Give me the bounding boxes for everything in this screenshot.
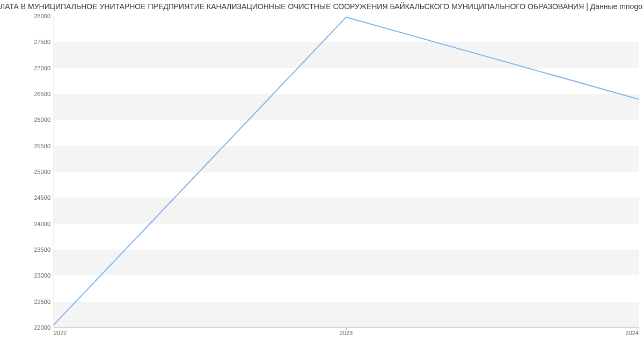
y-tick-label: 24000 — [34, 221, 50, 227]
x-tick-mark — [639, 328, 639, 330]
y-tick-label: 25500 — [34, 143, 50, 149]
y-tick-label: 25000 — [34, 169, 50, 175]
y-tick-label: 26000 — [34, 117, 50, 123]
x-tick-label: 2024 — [626, 330, 639, 336]
chart-container: ЛАТА В МУНИЦИПАЛЬНОЕ УНИТАРНОЕ ПРЕДПРИЯТ… — [0, 0, 644, 349]
y-tick-label: 27000 — [34, 65, 50, 71]
y-tick-label: 26500 — [34, 91, 50, 97]
y-tick-label: 24500 — [34, 194, 50, 201]
y-tick-label: 27500 — [34, 39, 50, 45]
y-tick-label: 28000 — [34, 13, 50, 19]
y-tick-label: 22500 — [34, 299, 50, 305]
line-series — [54, 16, 639, 328]
x-tick-mark — [54, 328, 54, 330]
y-tick-label: 23500 — [34, 246, 50, 253]
x-tick-mark — [346, 328, 347, 330]
y-tick-label: 22000 — [34, 324, 50, 331]
chart-title: ЛАТА В МУНИЦИПАЛЬНОЕ УНИТАРНОЕ ПРЕДПРИЯТ… — [0, 2, 644, 11]
x-tick-label: 2023 — [340, 330, 353, 336]
y-tick-label: 23000 — [34, 272, 50, 279]
x-tick-label: 2022 — [54, 330, 67, 336]
